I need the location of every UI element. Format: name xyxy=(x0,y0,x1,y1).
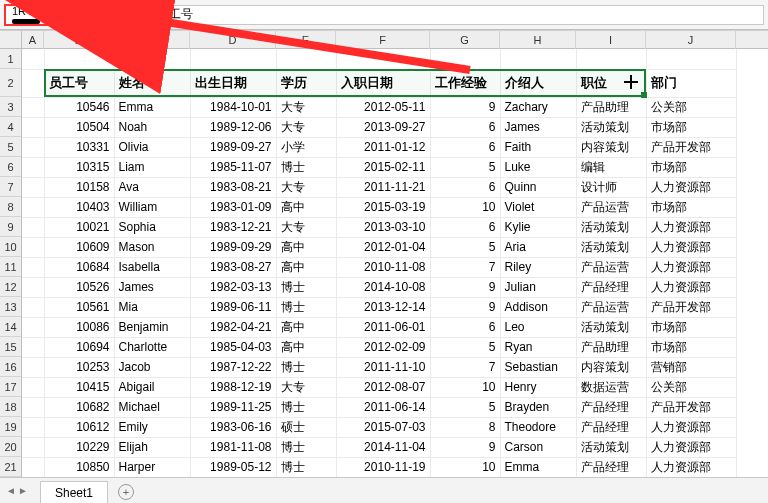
cell[interactable]: 1985-11-07 xyxy=(190,157,276,177)
cell[interactable]: 9 xyxy=(430,97,500,117)
cell[interactable]: 产品经理 xyxy=(576,277,646,297)
cell[interactable]: 部门 xyxy=(646,69,736,97)
cell[interactable]: 编辑 xyxy=(576,157,646,177)
cell[interactable]: 5 xyxy=(430,337,500,357)
cell[interactable]: Olivia xyxy=(114,137,190,157)
cell[interactable]: 10526 xyxy=(44,277,114,297)
cell[interactable]: 1982-04-21 xyxy=(190,317,276,337)
cell[interactable]: Elijah xyxy=(114,437,190,457)
cell[interactable]: 产品助理 xyxy=(576,337,646,357)
cell[interactable]: 6 xyxy=(430,137,500,157)
row-header-15[interactable]: 15 xyxy=(0,337,21,357)
cell[interactable] xyxy=(44,49,114,69)
row-header-9[interactable]: 9 xyxy=(0,217,21,237)
cell[interactable] xyxy=(22,317,44,337)
row-header-6[interactable]: 6 xyxy=(0,157,21,177)
cell[interactable]: 10684 xyxy=(44,257,114,277)
cell[interactable]: 2010-11-08 xyxy=(336,257,430,277)
cell[interactable]: 产品开发部 xyxy=(646,397,736,417)
cell[interactable]: 10850 xyxy=(44,457,114,477)
row-headers[interactable]: 123456789101112131415161718192021 xyxy=(0,49,22,477)
cell[interactable]: Sophia xyxy=(114,217,190,237)
row-header-5[interactable]: 5 xyxy=(0,137,21,157)
add-sheet-button[interactable]: + xyxy=(108,481,144,503)
cell[interactable]: Emma xyxy=(500,457,576,477)
row-header-12[interactable]: 12 xyxy=(0,277,21,297)
cell[interactable]: Liam xyxy=(114,157,190,177)
cell[interactable]: 5 xyxy=(430,237,500,257)
cell[interactable]: 10315 xyxy=(44,157,114,177)
cell[interactable] xyxy=(22,137,44,157)
table-row[interactable]: 10086Benjamin1982-04-21高中2011-06-016Leo活… xyxy=(22,317,736,337)
cell[interactable]: 1983-08-27 xyxy=(190,257,276,277)
cell[interactable] xyxy=(22,437,44,457)
row-header-2[interactable]: 2 xyxy=(0,69,21,97)
cell[interactable]: 人力资源部 xyxy=(646,237,736,257)
cell[interactable]: 人力资源部 xyxy=(646,457,736,477)
cell[interactable]: 10561 xyxy=(44,297,114,317)
cell[interactable]: 1988-12-19 xyxy=(190,377,276,397)
cell[interactable]: 2012-05-11 xyxy=(336,97,430,117)
cell[interactable]: 10682 xyxy=(44,397,114,417)
cell[interactable]: 2015-03-19 xyxy=(336,197,430,217)
col-header-C[interactable]: C xyxy=(114,31,190,49)
column-headers[interactable]: ABCDEFGHIJ xyxy=(22,31,768,49)
cell[interactable]: Isabella xyxy=(114,257,190,277)
cell[interactable]: Abigail xyxy=(114,377,190,397)
cell[interactable]: 2015-02-11 xyxy=(336,157,430,177)
cell[interactable]: 6 xyxy=(430,217,500,237)
cell[interactable]: 1985-04-03 xyxy=(190,337,276,357)
cell[interactable]: 活动策划 xyxy=(576,317,646,337)
sheet-table[interactable]: 员工号姓名出生日期学历入职日期工作经验介绍人职位部门10546Emma1984-… xyxy=(22,49,737,477)
fx-icon[interactable]: fx xyxy=(127,8,144,22)
chevron-down-icon[interactable] xyxy=(98,12,106,17)
cell[interactable]: 2014-11-04 xyxy=(336,437,430,457)
cell[interactable]: 1983-08-21 xyxy=(190,177,276,197)
table-row[interactable]: 10850Harper1989-05-12博士2010-11-1910Emma产… xyxy=(22,457,736,477)
cell[interactable]: 大专 xyxy=(276,117,336,137)
cell[interactable]: 10086 xyxy=(44,317,114,337)
cell[interactable]: Sebastian xyxy=(500,357,576,377)
cell[interactable]: 2014-10-08 xyxy=(336,277,430,297)
table-row[interactable]: 10158Ava1983-08-21大专2011-11-216Quinn设计师人… xyxy=(22,177,736,197)
cell[interactable] xyxy=(22,277,44,297)
table-row[interactable]: 10331Olivia1989-09-27小学2011-01-126Faith内… xyxy=(22,137,736,157)
name-box[interactable]: 1R x 8C xyxy=(4,4,114,26)
cell[interactable]: 活动策划 xyxy=(576,117,646,137)
cell[interactable]: 博士 xyxy=(276,277,336,297)
cell[interactable] xyxy=(22,97,44,117)
row-header-21[interactable]: 21 xyxy=(0,457,21,477)
cell[interactable]: 10415 xyxy=(44,377,114,397)
cell[interactable]: 1983-06-16 xyxy=(190,417,276,437)
cell[interactable] xyxy=(500,49,576,69)
cell[interactable] xyxy=(22,337,44,357)
cell[interactable]: 产品助理 xyxy=(576,97,646,117)
row-header-18[interactable]: 18 xyxy=(0,397,21,417)
table-row[interactable]: 10415Abigail1988-12-19大专2012-08-0710Henr… xyxy=(22,377,736,397)
cell[interactable] xyxy=(22,257,44,277)
cell[interactable]: Brayden xyxy=(500,397,576,417)
cell[interactable]: 5 xyxy=(430,397,500,417)
cell[interactable]: 2012-02-09 xyxy=(336,337,430,357)
cell[interactable]: 博士 xyxy=(276,397,336,417)
cell[interactable]: 博士 xyxy=(276,297,336,317)
cell[interactable]: 高中 xyxy=(276,317,336,337)
cell[interactable]: 2012-01-04 xyxy=(336,237,430,257)
table-row[interactable]: 10253Jacob1987-12-22博士2011-11-107Sebasti… xyxy=(22,357,736,377)
cell[interactable]: 产品经理 xyxy=(576,417,646,437)
cell[interactable] xyxy=(22,217,44,237)
cell[interactable] xyxy=(22,157,44,177)
cell[interactable]: 营销部 xyxy=(646,357,736,377)
cell[interactable]: Carson xyxy=(500,437,576,457)
cell[interactable]: Leo xyxy=(500,317,576,337)
cell[interactable]: 10504 xyxy=(44,117,114,137)
cell[interactable] xyxy=(646,49,736,69)
cell[interactable]: 10 xyxy=(430,457,500,477)
cell[interactable] xyxy=(22,117,44,137)
cell[interactable]: Michael xyxy=(114,397,190,417)
table-row[interactable]: 10561Mia1989-06-11博士2013-12-149Addison产品… xyxy=(22,297,736,317)
table-row[interactable]: 10504Noah1989-12-06大专2013-09-276James活动策… xyxy=(22,117,736,137)
cell[interactable]: 10 xyxy=(430,377,500,397)
cell[interactable]: Noah xyxy=(114,117,190,137)
cell[interactable]: 10546 xyxy=(44,97,114,117)
